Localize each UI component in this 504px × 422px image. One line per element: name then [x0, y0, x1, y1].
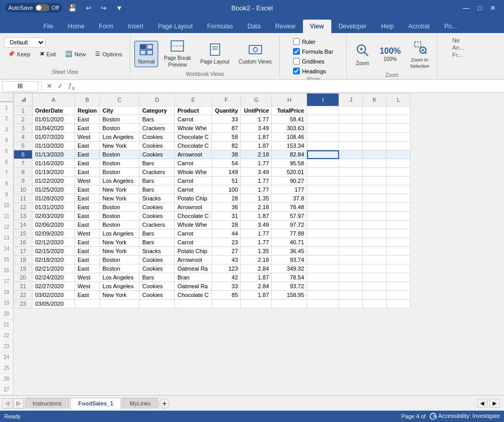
formula-bar-check-input[interactable] [293, 48, 300, 55]
row-num-12[interactable]: 12 [14, 203, 33, 212]
cell-A15[interactable]: 02/09/2020 [33, 229, 75, 238]
cell-I6[interactable] [307, 150, 339, 159]
cell-D12[interactable]: Cookies [140, 203, 175, 212]
cell-B20[interactable]: West [75, 273, 100, 282]
cell-K23[interactable] [363, 300, 387, 308]
cell-L22[interactable] [387, 291, 410, 300]
cell-D17[interactable]: Snacks [140, 247, 175, 256]
cell-G2[interactable]: 1.77 [241, 115, 272, 124]
cell-I3[interactable] [307, 124, 339, 133]
tab-formulas[interactable]: Formulas [200, 20, 240, 33]
cell-L14[interactable] [387, 221, 410, 229]
zoom-selection-btn[interactable]: Zoom to Selection [406, 37, 433, 71]
cell-D20[interactable]: Bars [140, 273, 175, 282]
custom-views-btn[interactable]: Custom Views [235, 41, 276, 67]
cell-J9[interactable] [339, 177, 363, 185]
cell-D4[interactable]: Cookies [140, 133, 175, 142]
cell-I22[interactable] [307, 291, 339, 300]
cell-E1[interactable]: Product [175, 106, 212, 115]
cell-C8[interactable]: Boston [100, 168, 140, 177]
cell-L9[interactable] [387, 177, 410, 185]
sheet-tab-foodsales[interactable]: FoodSales_1 [70, 398, 121, 409]
cell-E10[interactable]: Carrot [175, 185, 212, 194]
cell-B7[interactable]: East [75, 159, 100, 168]
cell-G20[interactable]: 1.87 [241, 273, 272, 282]
ruler-check-input[interactable] [293, 38, 300, 45]
cell-D21[interactable]: Cookies [140, 282, 175, 291]
cell-L4[interactable] [387, 133, 410, 142]
cell-F23[interactable] [212, 300, 241, 308]
save-button[interactable]: 💾 [65, 3, 80, 13]
cell-J10[interactable] [339, 185, 363, 194]
cell-K17[interactable] [363, 247, 387, 256]
close-button[interactable]: ✕ [487, 3, 499, 13]
zoom-btn[interactable]: Zoom [351, 40, 374, 69]
row-num-22[interactable]: 22 [14, 291, 33, 300]
cell-A9[interactable]: 01/22/2020 [33, 177, 75, 185]
cell-D16[interactable]: Bars [140, 238, 175, 247]
row-num-21[interactable]: 21 [14, 282, 33, 291]
cell-K5[interactable] [363, 142, 387, 150]
headings-check-input[interactable] [293, 68, 300, 74]
cell-E12[interactable]: Arrowroot [175, 203, 212, 212]
col-header-G[interactable]: G [241, 93, 272, 106]
cell-F13[interactable]: 31 [212, 212, 241, 221]
cell-E2[interactable]: Carrot [175, 115, 212, 124]
cell-I2[interactable] [307, 115, 339, 124]
cell-E13[interactable]: Chocolate C [175, 212, 212, 221]
cell-G13[interactable]: 1.87 [241, 212, 272, 221]
cell-C14[interactable]: Boston [100, 221, 140, 229]
cell-A22[interactable]: 03/02/2020 [33, 291, 75, 300]
cell-G4[interactable]: 1.87 [241, 133, 272, 142]
cell-K7[interactable] [363, 159, 387, 168]
row-num-17[interactable]: 17 [14, 247, 33, 256]
cell-G17[interactable]: 1.35 [241, 247, 272, 256]
tab-nav-right[interactable]: ▷ [13, 398, 24, 409]
cell-F12[interactable]: 36 [212, 203, 241, 212]
tab-file[interactable]: File [36, 20, 60, 33]
cell-L13[interactable] [387, 212, 410, 221]
cell-I15[interactable] [307, 229, 339, 238]
cell-C9[interactable]: Los Angeles [100, 177, 140, 185]
cell-B13[interactable]: East [75, 212, 100, 221]
cell-G6[interactable]: 2.18 [241, 150, 272, 159]
tab-pow[interactable]: Po... [437, 20, 464, 33]
cell-L17[interactable] [387, 247, 410, 256]
cell-F1[interactable]: Quantity [212, 106, 241, 115]
cell-L2[interactable] [387, 115, 410, 124]
cell-A12[interactable]: 01/31/2020 [33, 203, 75, 212]
cell-A17[interactable]: 02/15/2020 [33, 247, 75, 256]
cell-E11[interactable]: Potato Chip [175, 194, 212, 203]
cell-E22[interactable]: Chocolate C [175, 291, 212, 300]
cell-E3[interactable]: Whole Whe [175, 124, 212, 133]
cell-H9[interactable]: 90.27 [272, 177, 307, 185]
cell-J1[interactable] [339, 106, 363, 115]
cell-F9[interactable]: 51 [212, 177, 241, 185]
formula-bar-checkbox[interactable]: Formula Bar [291, 47, 335, 56]
cell-A13[interactable]: 02/03/2020 [33, 212, 75, 221]
cell-I19[interactable] [307, 264, 339, 273]
col-header-B[interactable]: B [75, 93, 100, 106]
cell-H19[interactable]: 349.32 [272, 264, 307, 273]
cell-B6[interactable]: East [75, 150, 100, 159]
normal-view-btn[interactable]: Normal [134, 41, 158, 67]
cell-F14[interactable]: 28 [212, 221, 241, 229]
cell-E17[interactable]: Potato Chip [175, 247, 212, 256]
row-num-4[interactable]: 4 [14, 133, 33, 142]
autosave-toggle-switch[interactable] [35, 4, 50, 11]
cell-I17[interactable] [307, 247, 339, 256]
cell-C2[interactable]: Boston [100, 115, 140, 124]
cell-E14[interactable]: Whole Whe [175, 221, 212, 229]
cell-D8[interactable]: Crackers [140, 168, 175, 177]
cell-K15[interactable] [363, 229, 387, 238]
tab-data[interactable]: Data [240, 20, 268, 33]
cell-G3[interactable]: 3.49 [241, 124, 272, 133]
cell-J13[interactable] [339, 212, 363, 221]
cell-I9[interactable] [307, 177, 339, 185]
cell-I23[interactable] [307, 300, 339, 308]
cell-H3[interactable]: 303.63 [272, 124, 307, 133]
tab-acrobat[interactable]: Acrobat [401, 20, 437, 33]
row-num-16[interactable]: 16 [14, 238, 33, 247]
cell-L20[interactable] [387, 273, 410, 282]
cell-I16[interactable] [307, 238, 339, 247]
